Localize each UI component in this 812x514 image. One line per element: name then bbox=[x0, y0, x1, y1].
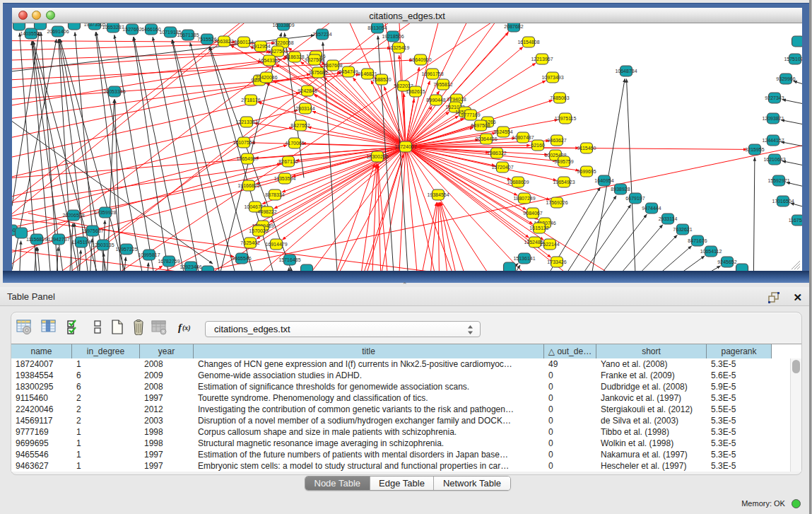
table-cell[interactable]: 14569117 bbox=[11, 415, 72, 426]
table-cell[interactable]: 5.3E-5 bbox=[707, 460, 772, 472]
tab-edge-table[interactable]: Edge Table bbox=[370, 477, 435, 490]
table-cell[interactable]: Estimation of the future numbers of pati… bbox=[194, 449, 544, 460]
column-header-name[interactable]: name bbox=[11, 344, 72, 358]
table-row[interactable]: 2242004622012Investigating the contribut… bbox=[11, 404, 790, 415]
table-cell[interactable]: 49 bbox=[544, 358, 596, 370]
column-header-short[interactable]: short bbox=[596, 344, 707, 358]
graph-node[interactable] bbox=[13, 23, 25, 30]
table-row[interactable]: 969969511998Structural magnetic resonanc… bbox=[11, 438, 790, 449]
column-header-pagerank[interactable]: pagerank bbox=[707, 344, 772, 358]
network-table-select[interactable]: citations_edges.txt bbox=[205, 321, 481, 337]
table-cell[interactable]: 5.3E-5 bbox=[707, 392, 772, 404]
graph-node[interactable] bbox=[16, 228, 28, 238]
table-mode-icon[interactable] bbox=[16, 319, 32, 335]
network-window-titlebar[interactable]: citations_edges.txt bbox=[12, 8, 802, 23]
new-table-icon[interactable] bbox=[110, 319, 125, 335]
table-cell[interactable]: Disruption of a novel member of a sodium… bbox=[194, 415, 544, 426]
table-cell[interactable]: 1 bbox=[72, 426, 140, 438]
table-cell[interactable]: 6 bbox=[72, 381, 140, 392]
table-cell[interactable]: 2 bbox=[72, 415, 140, 426]
table-cell[interactable]: Structural magnetic resonance image aver… bbox=[194, 438, 544, 449]
function-builder-icon[interactable]: f(x) bbox=[177, 319, 193, 335]
graph-node[interactable] bbox=[69, 23, 81, 30]
table-cell[interactable]: 0 bbox=[544, 370, 596, 381]
column-header-title[interactable]: title bbox=[194, 344, 544, 358]
delete-table-icon[interactable] bbox=[131, 319, 146, 335]
graph-node[interactable] bbox=[35, 23, 47, 30]
table-row[interactable]: 1456911722003Disruption of a novel membe… bbox=[11, 415, 790, 426]
table-cell[interactable]: 0 bbox=[544, 449, 596, 460]
table-vertical-scrollbar[interactable] bbox=[790, 358, 801, 472]
column-header-year[interactable]: year bbox=[140, 344, 194, 358]
table-cell[interactable]: 5.3E-5 bbox=[707, 449, 772, 460]
tab-network-table[interactable]: Network Table bbox=[434, 477, 510, 490]
table-cell[interactable]: 5.5E-5 bbox=[707, 404, 772, 415]
table-cell[interactable]: 5.3E-5 bbox=[707, 358, 772, 370]
table-cell[interactable]: 2009 bbox=[140, 370, 194, 381]
table-cell[interactable]: 1998 bbox=[140, 426, 194, 438]
table-cell[interactable]: 9463627 bbox=[11, 460, 72, 472]
float-window-icon[interactable] bbox=[768, 292, 780, 303]
table-row[interactable]: 1872400712008Changes of HCN gene express… bbox=[11, 358, 790, 370]
table-cell[interactable]: 1997 bbox=[140, 449, 194, 460]
table-row[interactable]: 1938455462009Genome-wide association stu… bbox=[11, 370, 790, 381]
table-cell[interactable]: 1997 bbox=[140, 392, 194, 404]
table-cell[interactable]: 9115460 bbox=[11, 392, 72, 404]
table-cell[interactable]: 2 bbox=[72, 392, 140, 404]
table-cell[interactable]: de Silva et al. (2003) bbox=[596, 415, 707, 426]
network-canvas[interactable]: 1403557120691406193735051065328715276026… bbox=[12, 23, 802, 271]
scrollbar-thumb[interactable] bbox=[792, 360, 800, 373]
resize-grip-icon[interactable] bbox=[791, 260, 801, 270]
table-cell[interactable]: 0 bbox=[544, 438, 596, 449]
table-cell[interactable]: 0 bbox=[544, 392, 596, 404]
table-cell[interactable]: Yano et al. (2008) bbox=[596, 358, 707, 370]
table-cell[interactable]: 1 bbox=[72, 449, 140, 460]
table-cell[interactable]: 6 bbox=[72, 370, 140, 381]
table-cell[interactable]: 5.9E-5 bbox=[707, 381, 772, 392]
table-cell[interactable]: Investigating the contribution of common… bbox=[194, 404, 544, 415]
table-cell[interactable]: Genome-wide association studies in ADHD. bbox=[194, 370, 544, 381]
tab-node-table[interactable]: Node Table bbox=[305, 477, 370, 490]
table-cell[interactable]: Jankovic et al. (1997) bbox=[596, 392, 707, 404]
table-cell[interactable]: Franke et al. (2009) bbox=[596, 370, 707, 381]
row-height-icon[interactable] bbox=[90, 319, 105, 335]
table-cell[interactable]: 0 bbox=[544, 426, 596, 438]
column-header-out_de[interactable]: △ out_de… bbox=[544, 344, 596, 358]
table-cell[interactable]: 5.3E-5 bbox=[707, 426, 772, 438]
table-cell[interactable]: 1 bbox=[72, 358, 140, 370]
table-cell[interactable]: Stergiakouli et al. (2012) bbox=[596, 404, 707, 415]
table-cell[interactable]: Corpus callosum shape and size in male p… bbox=[194, 426, 544, 438]
table-cell[interactable]: 5.3E-5 bbox=[707, 438, 772, 449]
table-cell[interactable]: 22420046 bbox=[11, 404, 72, 415]
column-header-in_degree[interactable]: in_degree bbox=[72, 344, 140, 358]
table-cell[interactable]: 9699695 bbox=[11, 438, 72, 449]
table-cell[interactable]: 1997 bbox=[140, 460, 194, 472]
table-cell[interactable]: 0 bbox=[544, 415, 596, 426]
table-row[interactable]: 911546021997Tourette syndrome. Phenomeno… bbox=[11, 392, 790, 404]
table-cell[interactable]: Tibbo et al. (1998) bbox=[596, 426, 707, 438]
table-row[interactable]: 946362711997Embryonic stem cells: a mode… bbox=[11, 460, 790, 472]
table-row[interactable]: 1830029562008Estimation of significance … bbox=[11, 381, 790, 392]
table-cell[interactable]: Estimation of significance thresholds fo… bbox=[194, 381, 544, 392]
table-cell[interactable]: 0 bbox=[544, 404, 596, 415]
close-panel-icon[interactable]: ✕ bbox=[793, 292, 802, 303]
graph-node[interactable] bbox=[792, 36, 803, 47]
table-cell[interactable]: 18300295 bbox=[11, 381, 72, 392]
table-cell[interactable]: 2 bbox=[72, 404, 140, 415]
table-cell[interactable]: Wolkin et al. (1998) bbox=[596, 438, 707, 449]
table-cell[interactable]: 2008 bbox=[140, 381, 194, 392]
table-cell[interactable]: 1 bbox=[72, 438, 140, 449]
table-cell[interactable]: 9777169 bbox=[11, 426, 72, 438]
table-cell[interactable]: Nakamura et al. (1997) bbox=[596, 449, 707, 460]
table-cell[interactable]: 9465546 bbox=[11, 449, 72, 460]
table-cell[interactable]: 0 bbox=[544, 460, 596, 472]
table-cell[interactable]: 5.6E-5 bbox=[707, 370, 772, 381]
table-cell[interactable]: 1998 bbox=[140, 438, 194, 449]
table-cell[interactable]: Embryonic stem cells: a model to study s… bbox=[194, 460, 544, 472]
table-row[interactable]: 946554611997Estimation of the future num… bbox=[11, 449, 790, 460]
select-columns-icon[interactable] bbox=[66, 319, 82, 335]
table-cell[interactable]: Dudbridge et al. (2008) bbox=[596, 381, 707, 392]
table-cell[interactable]: 18724007 bbox=[11, 358, 72, 370]
table-cell[interactable]: 2012 bbox=[140, 404, 194, 415]
table-cell[interactable]: 2003 bbox=[140, 415, 194, 426]
